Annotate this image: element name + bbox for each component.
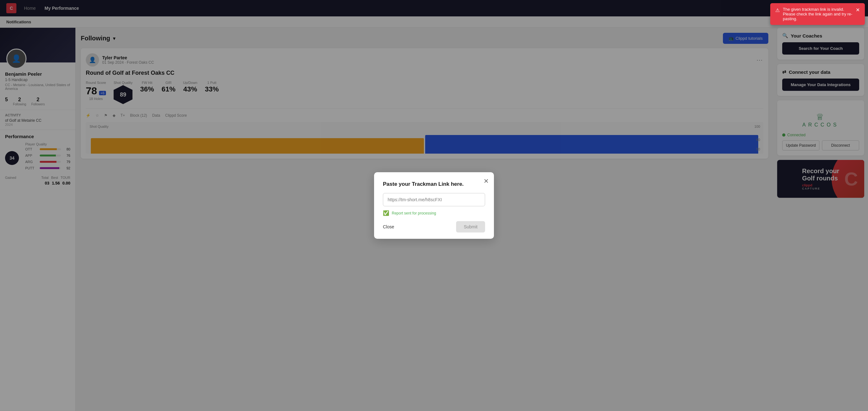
modal-overlay[interactable]: Paste your Trackman Link here. ✕ ✅ Repor… xyxy=(0,0,868,411)
modal-close-button[interactable]: Close xyxy=(383,224,394,229)
warning-icon: ⚠ xyxy=(775,7,780,13)
modal-submit-button[interactable]: Submit xyxy=(456,221,485,232)
modal-footer: Close Submit xyxy=(383,221,485,232)
error-toast-close[interactable]: ✕ xyxy=(856,7,860,13)
modal-title: Paste your Trackman Link here. xyxy=(383,181,485,187)
error-toast: ⚠ The given trackman link is invalid. Pl… xyxy=(770,3,865,25)
trackman-modal: Paste your Trackman Link here. ✕ ✅ Repor… xyxy=(374,172,494,239)
success-check-icon: ✅ xyxy=(383,210,389,216)
trackman-link-input[interactable] xyxy=(383,193,485,206)
modal-success-message: ✅ Report sent for processing xyxy=(383,210,485,216)
error-toast-message: The given trackman link is invalid. Plea… xyxy=(783,7,852,21)
modal-close-x-button[interactable]: ✕ xyxy=(484,177,489,185)
